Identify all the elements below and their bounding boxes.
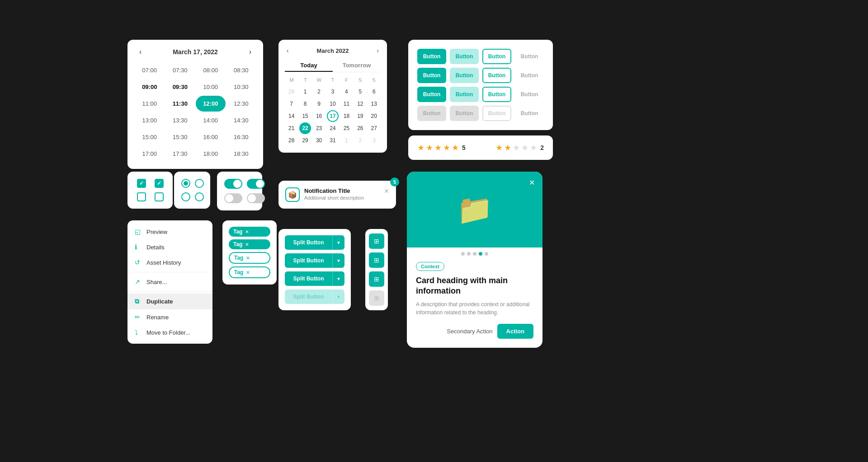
menu-item-duplicate[interactable]: ⧉Duplicate <box>127 294 212 309</box>
card-modal-close[interactable]: ✕ <box>526 177 537 188</box>
checkbox-2[interactable] <box>155 179 164 188</box>
time-cell[interactable]: 10:00 <box>196 79 226 95</box>
radio-3[interactable] <box>181 192 190 201</box>
split-btn-main[interactable]: Split Button <box>285 271 332 286</box>
card-secondary-action[interactable]: Secondary Action <box>447 328 492 335</box>
calendar-cell[interactable]: 23 <box>313 122 325 134</box>
checkbox-3[interactable] <box>137 192 146 201</box>
split-btn-arrow[interactable]: ▼ <box>332 271 344 286</box>
tag-outline[interactable]: Tag✕ <box>229 266 270 278</box>
time-cell[interactable]: 11:30 <box>165 96 195 112</box>
split-btn-arrow[interactable]: ▼ <box>332 235 344 250</box>
icon-btn-2[interactable]: ⊞ <box>369 252 384 268</box>
calendar-tab-today[interactable]: Today <box>285 60 333 72</box>
calendar-cell[interactable]: 1 <box>340 135 352 146</box>
calendar-cell[interactable]: 1 <box>299 86 311 98</box>
time-cell[interactable]: 07:30 <box>165 62 195 78</box>
time-prev-button[interactable]: ‹ <box>137 47 144 57</box>
calendar-cell[interactable]: 14 <box>286 110 297 122</box>
calendar-cell[interactable]: 20 <box>368 110 380 122</box>
calendar-cell[interactable]: 6 <box>368 86 380 98</box>
toggle-2[interactable] <box>247 179 265 189</box>
time-cell[interactable]: 09:00 <box>135 79 165 95</box>
calendar-cell[interactable]: 2 <box>313 86 325 98</box>
split-button-2[interactable]: Split Button▼ <box>285 253 344 268</box>
calendar-cell[interactable]: 25 <box>340 122 352 134</box>
calendar-cell[interactable]: 10 <box>327 98 339 110</box>
calendar-cell[interactable]: 3 <box>368 135 380 146</box>
cal-next-button[interactable]: › <box>375 46 381 55</box>
toggle-3[interactable] <box>224 193 242 203</box>
button-ghost[interactable]: Button <box>515 49 544 64</box>
split-btn-arrow[interactable]: ▼ <box>332 253 344 268</box>
button-outline[interactable]: Button <box>482 87 511 102</box>
radio-2[interactable] <box>195 179 204 188</box>
tag-close[interactable]: ✕ <box>246 256 250 261</box>
time-cell[interactable]: 10:30 <box>226 79 256 95</box>
calendar-cell[interactable]: 24 <box>327 122 339 134</box>
menu-item-share...[interactable]: ↗Share... <box>127 274 212 289</box>
calendar-tab-tomorrow[interactable]: Tomorrow <box>333 60 381 72</box>
time-cell[interactable]: 09:30 <box>165 79 195 95</box>
calendar-cell[interactable]: 12 <box>354 98 366 110</box>
time-cell[interactable]: 14:00 <box>196 112 226 128</box>
button-ghost[interactable]: Button <box>515 87 544 102</box>
button-ghost[interactable]: Button <box>515 68 544 83</box>
calendar-cell[interactable]: 9 <box>313 98 325 110</box>
button-outline[interactable]: Button <box>482 68 511 83</box>
split-button-3[interactable]: Split Button▼ <box>285 271 344 286</box>
card-primary-action[interactable]: Action <box>497 324 533 339</box>
button-filled[interactable]: Button <box>417 49 446 64</box>
tag-filled[interactable]: Tag✕ <box>229 227 270 237</box>
time-cell[interactable]: 13:30 <box>165 112 195 128</box>
calendar-cell[interactable]: 15 <box>299 110 311 122</box>
button-ghost[interactable]: Button <box>515 106 544 121</box>
time-cell[interactable]: 18:00 <box>196 146 226 162</box>
time-cell[interactable]: 13:00 <box>135 112 165 128</box>
menu-item-rename[interactable]: ✏Rename <box>127 309 212 325</box>
time-cell[interactable]: 08:30 <box>226 62 256 78</box>
time-cell[interactable]: 17:00 <box>135 146 165 162</box>
tag-close[interactable]: ✕ <box>246 270 250 275</box>
calendar-cell[interactable]: 28 <box>286 86 297 98</box>
split-btn-main[interactable]: Split Button <box>285 235 332 250</box>
calendar-cell[interactable]: 19 <box>354 110 366 122</box>
time-cell[interactable]: 15:30 <box>165 129 195 145</box>
toggle-1[interactable] <box>224 179 242 189</box>
calendar-cell[interactable]: 28 <box>286 135 297 146</box>
icon-btn-1[interactable]: ⊞ <box>369 233 384 249</box>
calendar-cell[interactable]: 29 <box>299 135 311 146</box>
calendar-cell[interactable]: 26 <box>354 122 366 134</box>
calendar-cell[interactable]: 13 <box>368 98 380 110</box>
button-filled-light[interactable]: Button <box>450 49 479 64</box>
card-dot-3[interactable] <box>473 252 476 256</box>
time-cell[interactable]: 08:00 <box>196 62 226 78</box>
tag-outline[interactable]: Tag✕ <box>229 252 270 264</box>
menu-item-preview[interactable]: ◱Preview <box>127 224 212 239</box>
calendar-cell[interactable]: 17 <box>327 110 339 122</box>
card-dot-4[interactable] <box>479 252 482 256</box>
calendar-cell[interactable]: 3 <box>327 86 339 98</box>
menu-item-asset-history[interactable]: ↺Asset History <box>127 255 212 270</box>
tag-close[interactable]: ✕ <box>245 242 249 247</box>
calendar-cell[interactable]: 18 <box>340 110 352 122</box>
time-cell[interactable]: 18:30 <box>226 146 256 162</box>
radio-4[interactable] <box>195 192 204 201</box>
calendar-cell[interactable]: 5 <box>354 86 366 98</box>
button-outline[interactable]: Button <box>482 49 511 64</box>
calendar-cell[interactable]: 7 <box>286 98 297 110</box>
toggle-4[interactable] <box>247 193 265 203</box>
cal-prev-button[interactable]: ‹ <box>285 46 291 55</box>
checkbox-4[interactable] <box>155 192 164 201</box>
tag-close[interactable]: ✕ <box>245 229 249 234</box>
calendar-cell[interactable]: 4 <box>340 86 352 98</box>
split-button-1[interactable]: Split Button▼ <box>285 235 344 250</box>
button-filled[interactable]: Button <box>417 87 446 102</box>
button-filled[interactable]: Button <box>417 68 446 83</box>
calendar-cell[interactable]: 22 <box>299 122 311 134</box>
calendar-cell[interactable]: 27 <box>368 122 380 134</box>
calendar-cell[interactable]: 11 <box>340 98 352 110</box>
time-cell[interactable]: 12:30 <box>226 96 256 112</box>
time-cell[interactable]: 16:30 <box>226 129 256 145</box>
calendar-cell[interactable]: 2 <box>354 135 366 146</box>
